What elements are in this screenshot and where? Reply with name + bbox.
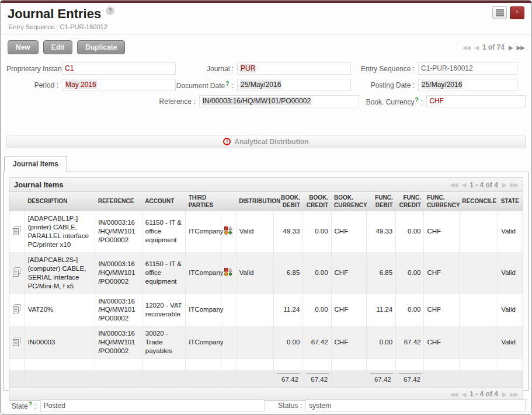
period-field[interactable]: May 2016 — [62, 79, 176, 91]
journal-items-footer: 67.42 67.42 67.42 67.42 — [9, 359, 523, 387]
reference-label: Reference : — [141, 97, 199, 106]
record-pager-text: 1 of 74 — [482, 43, 505, 51]
cell-book-currency: CHF — [331, 294, 366, 326]
cell-func-debit: 0.00 — [366, 326, 395, 359]
total-func-debit: 67.42 — [366, 371, 395, 387]
next-page-icon[interactable]: ▶ — [502, 182, 506, 188]
posting-date-field[interactable]: 25/May/2016 — [418, 79, 517, 91]
previous-record-icon[interactable]: ◀ — [474, 44, 478, 51]
table-header: DESCRIPTION REFERENCE ACCOUNT THIRD PART… — [9, 192, 523, 211]
cell-book-debit: 49.33 — [274, 211, 303, 252]
status-field: system — [305, 399, 526, 412]
tab-journal-items[interactable]: Journal Items — [4, 156, 67, 172]
journal-label: Journal : — [176, 65, 237, 73]
analytical-distribution-icon[interactable] — [224, 226, 232, 235]
cell-description: IN/00003 — [25, 326, 95, 359]
cell-func-credit: 0.00 — [396, 252, 424, 294]
cell-func-debit: 6.85 — [366, 252, 395, 294]
form-view-icon[interactable] — [510, 6, 524, 19]
cell-distribution: Valid — [236, 211, 273, 252]
cell-distribution — [236, 326, 273, 359]
cell-book-credit: 67.42 — [303, 326, 331, 359]
col-func-currency: FUNC. CURRENCY — [424, 192, 459, 211]
journal-value[interactable]: PUR — [240, 64, 256, 72]
cell-book-currency: CHF — [331, 252, 366, 294]
cell-distribution — [236, 294, 273, 326]
col-row-icon — [9, 192, 25, 211]
table-row[interactable]: [ADAPCABL2S-] (computer) CABLE, SERIAL i… — [9, 252, 523, 294]
status-value: system — [309, 402, 331, 410]
previous-page-icon[interactable]: ◀ — [462, 182, 466, 188]
cell-account: 12020 - VAT recoverable — [142, 294, 185, 326]
journal-field[interactable]: PUR — [237, 62, 351, 75]
book-currency-field[interactable]: CHF — [426, 95, 526, 107]
cell-third-parties: ITCompany — [186, 252, 221, 294]
period-value[interactable]: May 2016 — [65, 81, 97, 89]
state-value: Posted — [44, 402, 65, 410]
table-row[interactable]: VAT20% IN/00003:16 /HQ/MW101 /PO00002 12… — [9, 294, 523, 326]
col-reconcile: RECONCILE — [459, 192, 498, 211]
cell-func-currency: CHF — [424, 211, 459, 252]
book-currency-help-icon[interactable]: ? — [414, 97, 419, 103]
next-page-icon[interactable]: ▶ — [502, 391, 506, 397]
first-page-icon[interactable]: ◀◀ — [450, 182, 457, 188]
entry-sequence-subtitle: Entry Sequence : C1-PUR-160012 — [8, 22, 524, 34]
col-func-debit: FUNC. DEBIT — [366, 192, 395, 211]
total-book-debit: 67.42 — [274, 371, 303, 387]
proprietary-instance-field[interactable]: C1 — [62, 62, 176, 75]
cell-account: 61150 - IT & office equipment — [142, 211, 185, 252]
next-record-icon[interactable]: ▶ — [509, 44, 513, 51]
document-date-field[interactable]: 25/May/2016 — [237, 79, 351, 91]
cell-reference: IN/00003:16 /HQ/MW101 /PO00002 — [95, 252, 142, 294]
tab-strip: Journal Items — [4, 155, 529, 172]
first-page-icon[interactable]: ◀◀ — [450, 391, 457, 397]
reference-field[interactable]: IN/00003:16/HQ/MW101/PO00002 — [199, 95, 360, 107]
cell-func-currency: CHF — [424, 326, 459, 359]
cell-third-parties: ITCompany — [186, 211, 221, 252]
cell-book-credit: 0.00 — [303, 211, 331, 252]
document-date-value: 25/May/2016 — [240, 81, 281, 89]
title-help-icon[interactable]: ? — [106, 6, 114, 15]
list-view-icon[interactable] — [492, 6, 507, 19]
col-third-parties: THIRD PARTIES — [186, 192, 221, 211]
duplicate-line-icon[interactable] — [12, 337, 21, 346]
table-row[interactable]: IN/00003 IN/00003:16 /HQ/MW101 /PO00002 … — [9, 326, 523, 359]
duplicate-button[interactable]: Duplicate — [77, 40, 125, 54]
last-page-icon[interactable]: ▶▶ — [510, 391, 518, 397]
duplicate-line-icon[interactable] — [12, 267, 21, 277]
state-help-icon[interactable]: ? — [28, 401, 33, 407]
col-book-credit: BOOK. CREDIT — [303, 192, 331, 211]
cell-reference: IN/00003:16 /HQ/MW101 /PO00002 — [95, 326, 142, 359]
proprietary-instance-value[interactable]: C1 — [65, 64, 74, 72]
cell-reconcile — [459, 326, 498, 359]
cell-state: Valid — [498, 294, 523, 326]
cell-book-debit: 6.85 — [274, 252, 303, 294]
table-row[interactable]: [ADAPCABL1P-] (printer) CABLE, PARALLEL … — [9, 211, 523, 252]
reference-value: IN/00003:16/HQ/MW101/PO00002 — [202, 97, 311, 105]
book-currency-value[interactable]: CHF — [429, 97, 444, 105]
cell-third-parties: ITCompany — [186, 326, 221, 359]
col-book-currency: BOOK. CURRENCY — [331, 192, 366, 211]
first-record-icon[interactable]: ◀◀ — [463, 44, 470, 51]
col-description: DESCRIPTION — [25, 192, 95, 211]
view-toggle-group — [492, 6, 524, 19]
analytical-distribution-toggle[interactable]: ! Analytical Distribution — [6, 135, 526, 148]
duplicate-line-icon[interactable] — [12, 304, 21, 313]
edit-button[interactable]: Edit — [43, 40, 73, 54]
cell-book-credit: 0.00 — [303, 252, 331, 294]
analytical-distribution-icon[interactable] — [224, 268, 232, 276]
posting-date-label: Posting Date : — [351, 81, 418, 89]
document-date-help-icon[interactable]: ? — [225, 81, 230, 87]
duplicate-line-icon[interactable] — [12, 226, 21, 235]
col-func-credit: FUNC. CREDIT — [396, 192, 424, 211]
cell-func-credit: 67.42 — [396, 326, 424, 359]
last-record-icon[interactable]: ▶▶ — [517, 44, 524, 51]
cell-book-currency: CHF — [331, 211, 366, 252]
new-button[interactable]: New — [8, 40, 39, 54]
journal-items-panel: Journal Items ◀◀ ◀ 1 - 4 of 4 ▶ ▶▶ — [9, 177, 523, 401]
cell-state: Valid — [498, 252, 523, 294]
items-pager-top: ◀◀ ◀ 1 - 4 of 4 ▶ ▶▶ — [450, 181, 518, 189]
cell-func-debit: 11.24 — [366, 294, 395, 326]
last-page-icon[interactable]: ▶▶ — [510, 182, 518, 188]
previous-page-icon[interactable]: ◀ — [462, 391, 466, 397]
